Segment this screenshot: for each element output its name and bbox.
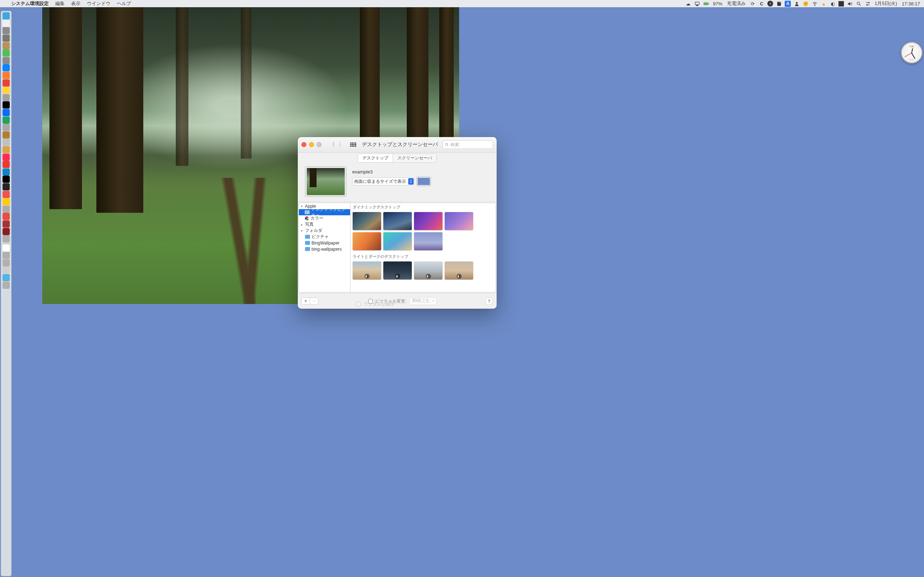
dock-item[interactable] xyxy=(3,206,10,213)
help-button[interactable]: ? xyxy=(485,297,493,304)
wallpaper-thumb[interactable] xyxy=(353,232,381,250)
zoom-button xyxy=(317,142,321,147)
random-order-checkbox: ランダムな順序 xyxy=(354,301,394,304)
dock-item[interactable] xyxy=(3,235,10,242)
wallpaper-thumb[interactable] xyxy=(445,212,473,230)
sidebar-group-photos[interactable]: ▸写真 xyxy=(299,221,350,227)
dock-item[interactable] xyxy=(3,259,10,266)
wallpaper-thumb[interactable] xyxy=(353,261,381,279)
dock-item[interactable] xyxy=(3,266,10,274)
fill-color-well[interactable] xyxy=(417,177,431,186)
sidebar-item-bingwallpaper[interactable]: BingWallpaper xyxy=(299,240,350,246)
folder-icon xyxy=(305,235,310,239)
dock-item[interactable] xyxy=(3,49,10,56)
dock-item[interactable] xyxy=(3,139,10,146)
tab-screensaver[interactable]: スクリーンセーバ xyxy=(393,154,436,162)
menu-edit[interactable]: 編集 xyxy=(52,0,68,7)
sidebar-item-desktop-pictures[interactable]: デスクトップピクチャ xyxy=(299,209,350,215)
show-all-button[interactable] xyxy=(350,141,356,148)
sidebar-item-pictures[interactable]: ピクチャ xyxy=(299,234,350,240)
appearance-icon xyxy=(365,274,370,279)
dock-item[interactable] xyxy=(3,109,10,116)
dock-item[interactable] xyxy=(3,168,10,176)
minimize-button[interactable] xyxy=(309,142,314,147)
dock-item[interactable] xyxy=(3,220,10,227)
dock-item[interactable] xyxy=(3,35,10,42)
forward-button: 〉 xyxy=(338,141,345,148)
menubar: システム環境設定 編集 表示 ウインドウ ヘルプ ☁︎ 97% 充電済み ⟳ C… xyxy=(0,0,501,7)
tab-bar: デスクトップ スクリーンセーバ xyxy=(298,153,497,163)
dock-item[interactable] xyxy=(3,27,10,34)
gallery-header-dynamic: ダイナミックデスクトップ xyxy=(353,204,493,211)
dock-item[interactable] xyxy=(3,252,10,259)
back-button[interactable]: 〈 xyxy=(329,141,335,148)
menu-help[interactable]: ヘルプ xyxy=(114,0,134,7)
appearance-icon xyxy=(395,274,400,279)
dock-item[interactable] xyxy=(3,228,10,235)
current-wallpaper-name: example3 xyxy=(352,169,489,174)
folder-icon xyxy=(305,210,310,214)
menu-window[interactable]: ウインドウ xyxy=(84,0,114,7)
window-title: デスクトップとスクリーンセーバ xyxy=(362,141,438,148)
chevron-up-down-icon: ▲▼ xyxy=(408,178,414,185)
dock-item[interactable] xyxy=(3,79,10,87)
dock-item[interactable] xyxy=(3,87,10,94)
dock-item[interactable] xyxy=(3,64,10,71)
add-folder-button[interactable]: + xyxy=(302,298,310,304)
window-titlebar[interactable]: 〈 〉 デスクトップとスクリーンセーバ 検索 xyxy=(298,137,497,153)
traffic-lights xyxy=(301,142,321,147)
dock xyxy=(1,11,11,304)
appearance-icon xyxy=(457,274,462,279)
dock-item[interactable] xyxy=(3,282,10,289)
current-wallpaper-preview xyxy=(305,166,347,197)
dock-item[interactable] xyxy=(3,57,10,64)
app-menu[interactable]: システム環境設定 xyxy=(8,0,52,7)
menu-view[interactable]: 表示 xyxy=(68,0,84,7)
folder-icon xyxy=(305,247,310,251)
dock-item[interactable] xyxy=(3,198,10,205)
wallpaper-thumb[interactable] xyxy=(383,261,412,279)
wallpaper-thumb[interactable] xyxy=(353,212,381,230)
folder-icon xyxy=(305,241,310,245)
dock-item[interactable] xyxy=(3,94,10,102)
search-field[interactable]: 検索 xyxy=(443,140,493,149)
wallpaper-thumb[interactable] xyxy=(383,212,412,230)
tab-desktop[interactable]: デスクトップ xyxy=(358,154,393,162)
dock-item[interactable] xyxy=(3,213,10,220)
dock-item[interactable] xyxy=(3,183,10,190)
dock-item[interactable] xyxy=(3,124,10,131)
remove-folder-button: − xyxy=(310,298,318,304)
wallpaper-gallery[interactable]: ダイナミックデスクトップ ライトとダークのデスクトップ xyxy=(350,203,496,292)
wallpaper-thumb[interactable] xyxy=(414,212,443,230)
wallpaper-thumb[interactable] xyxy=(445,261,473,279)
color-wheel-icon xyxy=(305,216,309,220)
wallpaper-thumb[interactable] xyxy=(414,232,443,250)
close-button[interactable] xyxy=(301,142,307,147)
fit-mode-popup[interactable]: 画面に収まるサイズで表示 ▲▼ xyxy=(352,177,414,185)
svg-point-10 xyxy=(446,143,447,145)
dock-item[interactable] xyxy=(3,154,10,161)
dock-item[interactable] xyxy=(3,102,10,108)
dock-item[interactable] xyxy=(3,191,10,198)
sidebar-item-bing-wallpapers[interactable]: bing-wallpapers xyxy=(299,246,350,252)
window-footer: + − ピクチャを変更: 30分ごと ランダムな順序 ? xyxy=(298,293,497,304)
wallpaper-thumb[interactable] xyxy=(383,232,412,250)
change-interval-popup: 30分ごと xyxy=(409,297,436,304)
dock-item[interactable] xyxy=(3,245,10,252)
desktop: TUE 8 7 6 5 〈 〉 デスクトップとスクリーンセーバ 検索 デスク xyxy=(0,7,501,304)
dock-item[interactable] xyxy=(3,12,10,19)
dock-item[interactable] xyxy=(3,42,10,49)
dock-item[interactable] xyxy=(3,161,10,168)
search-icon xyxy=(445,142,449,147)
dock-item[interactable] xyxy=(3,20,10,27)
appearance-icon xyxy=(426,274,431,279)
dock-item[interactable] xyxy=(3,131,10,139)
dock-item[interactable] xyxy=(3,274,10,281)
wallpaper-thumb[interactable] xyxy=(414,261,443,279)
sidebar-group-folders[interactable]: ▾フォルダ xyxy=(299,227,350,234)
dock-item[interactable] xyxy=(3,146,10,153)
dock-item[interactable] xyxy=(3,72,10,79)
dock-item[interactable] xyxy=(3,116,10,124)
dock-item[interactable] xyxy=(3,176,10,183)
gallery-header-light-dark: ライトとダークのデスクトップ xyxy=(353,253,493,260)
